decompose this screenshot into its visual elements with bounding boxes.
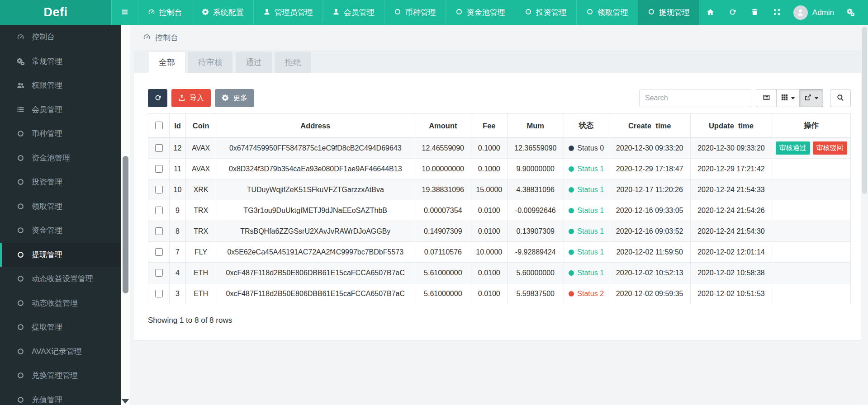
nav-item-4[interactable]: 币种管理 <box>384 0 446 25</box>
nav-item-label: 币种管理 <box>405 7 436 18</box>
fullscreen-button[interactable] <box>766 0 788 25</box>
circle-icon <box>15 396 25 404</box>
table-row: 7FLY0x5E62eCa45A45191AC72AA2f4C9997bc7BD… <box>148 242 851 263</box>
cell-create-time: 2020-12-02 09:59:35 <box>609 283 690 304</box>
nav-item-5[interactable]: 资金池管理 <box>446 0 515 25</box>
sidebar-item-2[interactable]: 权限管理 <box>0 73 121 98</box>
export-dropdown-button[interactable] <box>800 89 823 107</box>
row-checkbox[interactable] <box>155 207 163 214</box>
sidebar-item-7[interactable]: 领取管理 <box>0 194 121 219</box>
home-button[interactable] <box>699 0 721 25</box>
import-button[interactable]: 导入 <box>171 89 211 107</box>
refresh-button[interactable] <box>148 89 167 107</box>
circle-icon <box>394 8 401 16</box>
cell-id: 7 <box>169 242 186 263</box>
row-checkbox[interactable] <box>155 269 163 277</box>
circle-icon <box>525 8 532 16</box>
sidebar-item-3[interactable]: 会员管理 <box>0 98 121 122</box>
cell-id: 11 <box>169 159 186 179</box>
menu-toggle-button[interactable] <box>111 0 138 25</box>
cell-id: 10 <box>169 179 186 200</box>
caret-down-icon <box>791 97 795 99</box>
nav-item-6[interactable]: 投资管理 <box>515 0 576 25</box>
cell-amount: 5.61000000 <box>415 283 471 304</box>
status-dot-icon <box>569 250 574 255</box>
menu-icon <box>121 8 128 16</box>
cell-status: Status 1 <box>564 200 609 221</box>
cell-amount: 0.00007354 <box>415 200 471 221</box>
row-checkbox[interactable] <box>155 227 163 235</box>
cell-address: TRsBQHfa6ZZGSsrU2XAvJvRAWrDJoAGGBy <box>216 221 415 242</box>
reject-button[interactable]: 审核驳回 <box>813 141 847 155</box>
sidebar-item-12[interactable]: 提取管理 <box>0 315 121 339</box>
sidebar-scrollbar-thumb[interactable] <box>123 156 128 293</box>
select-all-checkbox[interactable] <box>155 122 163 129</box>
sidebar-item-label: 动态收益管理 <box>32 298 78 308</box>
more-button[interactable]: 更多 <box>215 89 254 107</box>
nav-item-2[interactable]: 管理员管理 <box>253 0 323 25</box>
cell-fee: 0.0100 <box>471 221 507 242</box>
row-checkbox[interactable] <box>155 290 163 297</box>
tab-0[interactable]: 全部 <box>149 52 185 73</box>
search-button[interactable] <box>830 89 851 107</box>
navbar-right: Admin <box>699 0 868 25</box>
tab-2[interactable]: 通过 <box>236 52 272 73</box>
table-body: 12AVAX0x6747459950FF5847875c1eC9fD8cB2C4… <box>148 138 851 304</box>
tab-3[interactable]: 拒绝 <box>275 52 311 73</box>
nav-item-8[interactable]: 提现管理 <box>638 0 699 25</box>
sidebar-item-0[interactable]: 控制台 <box>0 25 121 49</box>
column-header: Address <box>216 114 415 138</box>
cell-update-time: 2020-12-30 09:33:20 <box>690 138 772 159</box>
row-checkbox[interactable] <box>155 144 163 152</box>
cell-address: TG3r1ou9DuUktgfMETJ9dJNaEEoSAZThbB <box>216 200 415 221</box>
sidebar-item-13[interactable]: AVAX记录管理 <box>0 339 121 364</box>
nav-item-0[interactable]: 控制台 <box>138 0 192 25</box>
cell-status: Status 1 <box>564 263 609 283</box>
row-checkbox[interactable] <box>155 186 163 193</box>
refresh-nav-button[interactable] <box>721 0 744 25</box>
sidebar-item-15[interactable]: 充值管理 <box>0 388 121 405</box>
columns-dropdown-button[interactable] <box>777 89 800 107</box>
sidebar-item-5[interactable]: 资金池管理 <box>0 146 121 170</box>
cell-actions <box>772 200 851 221</box>
sidebar-item-1[interactable]: 常规管理 <box>0 49 121 74</box>
cell-checkbox <box>148 179 170 200</box>
cell-amount: 12.46559090 <box>415 138 471 159</box>
cell-coin: TRX <box>186 221 216 242</box>
user-menu[interactable]: Admin <box>788 0 840 25</box>
sidebar-item-label: 动态收益设置管理 <box>32 273 93 284</box>
sidebar-item-10[interactable]: 动态收益设置管理 <box>0 267 121 291</box>
nav-item-3[interactable]: 会员管理 <box>323 0 384 25</box>
toggle-view-button[interactable] <box>756 89 777 107</box>
row-checkbox[interactable] <box>155 248 163 256</box>
row-checkbox[interactable] <box>155 165 163 173</box>
brand-logo[interactable]: Defi <box>0 0 111 25</box>
status-badge: Status 2 <box>569 290 604 297</box>
cell-coin: AVAX <box>186 138 216 159</box>
users-icon <box>15 81 25 89</box>
window-scrollbar-thumb[interactable] <box>862 27 867 194</box>
sidebar-item-6[interactable]: 投资管理 <box>0 170 121 194</box>
window-scrollbar[interactable] <box>861 25 868 405</box>
sidebar-item-11[interactable]: 动态收益管理 <box>0 291 121 316</box>
cell-mum: 5.59837500 <box>507 283 564 304</box>
status-dot-icon <box>569 270 574 276</box>
sidebar-item-9[interactable]: 提现管理 <box>0 243 121 267</box>
search-input[interactable] <box>639 89 751 107</box>
trash-button[interactable] <box>744 0 766 25</box>
nav-item-1[interactable]: 系统配置 <box>192 0 253 25</box>
settings-button[interactable] <box>840 0 862 25</box>
list-icon <box>15 106 25 113</box>
sidebar-item-8[interactable]: 资金管理 <box>0 218 121 243</box>
approve-button[interactable]: 审核通过 <box>776 141 810 155</box>
nav-item-7[interactable]: 领取管理 <box>576 0 638 25</box>
sidebar-item-4[interactable]: 币种管理 <box>0 122 121 146</box>
cell-update-time: 2020-12-02 10:58:38 <box>690 263 772 283</box>
sidebar-item-14[interactable]: 兑换管理管理 <box>0 363 121 388</box>
sidebar-scrollbar[interactable] <box>121 25 130 405</box>
cell-coin: XRK <box>186 179 216 200</box>
scroll-down-arrow-icon[interactable] <box>122 399 129 404</box>
column-header: Mum <box>507 114 564 138</box>
tab-1[interactable]: 待审核 <box>188 52 232 73</box>
cell-actions <box>772 221 851 242</box>
